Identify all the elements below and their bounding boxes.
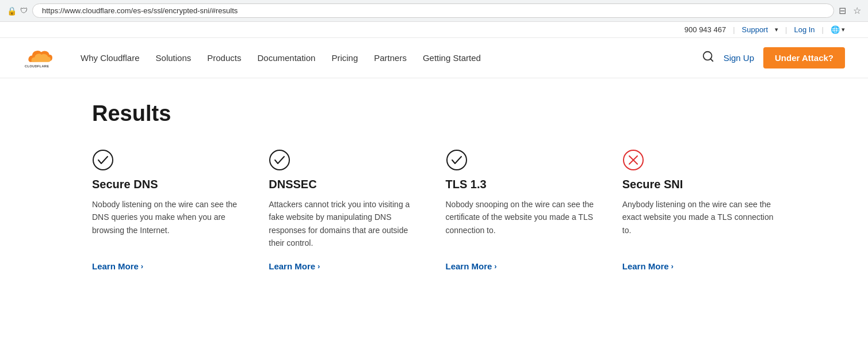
divider-1: | (733, 25, 735, 34)
card-title-tls13: TLS 1.3 (446, 178, 599, 191)
url-text: https://www.cloudflare.com/es-es/ssl/enc… (42, 6, 238, 15)
results-grid: Secure DNS Nobody listening on the wire … (92, 149, 776, 271)
main-nav: CLOUDFLARE Why Cloudflare Solutions Prod… (0, 38, 868, 78)
phone-number: 900 943 467 (685, 25, 726, 34)
nav-products[interactable]: Products (207, 53, 241, 63)
globe-icon: 🌐 (831, 25, 840, 34)
nav-solutions[interactable]: Solutions (156, 53, 192, 63)
main-content: Results Secure DNS Nobody listening on t… (0, 78, 868, 306)
nav-getting-started[interactable]: Getting Started (423, 53, 481, 63)
search-icon[interactable] (702, 50, 714, 66)
nav-why-cloudflare[interactable]: Why Cloudflare (81, 53, 140, 63)
nav-pricing[interactable]: Pricing (331, 53, 358, 63)
card-desc-secure-sni: Anybody listening on the wire can see th… (622, 198, 776, 250)
cloudflare-logo-svg: CLOUDFLARE (23, 47, 58, 70)
nav-links: Why Cloudflare Solutions Products Docume… (81, 53, 702, 63)
card-title-secure-sni: Secure SNI (622, 178, 776, 191)
card-tls13: TLS 1.3 Nobody snooping on the wire can … (446, 149, 599, 271)
card-desc-dnssec: Attackers cannot trick you into visiting… (269, 198, 422, 250)
globe-chevron: ▾ (842, 26, 845, 33)
check-icon-dnssec (269, 149, 290, 171)
language-selector[interactable]: 🌐 ▾ (831, 25, 845, 34)
check-icon-tls13 (446, 149, 468, 171)
sign-up-link[interactable]: Sign Up (724, 53, 754, 63)
browser-action-icons: ⊟ ☆ (839, 5, 861, 16)
star-icon: ☆ (853, 5, 861, 16)
shield-icon: 🛡 (20, 6, 28, 15)
svg-line-2 (710, 59, 713, 61)
page-icon: ⊟ (839, 5, 846, 16)
card-dnssec: DNSSEC Attackers cannot trick you into v… (269, 149, 422, 271)
chevron-right-icon: › (318, 262, 320, 271)
check-icon-secure-dns (92, 149, 114, 171)
cloudflare-logo[interactable]: CLOUDFLARE (23, 47, 58, 70)
card-title-dnssec: DNSSEC (269, 178, 422, 191)
svg-point-3 (93, 150, 113, 170)
page-title: Results (92, 101, 776, 126)
nav-right: Sign Up Under Attack? (702, 47, 845, 68)
card-secure-sni: Secure SNI Anybody listening on the wire… (622, 149, 776, 271)
under-attack-button[interactable]: Under Attack? (763, 47, 845, 68)
svg-point-4 (270, 150, 289, 170)
lock-icon: 🔒 (7, 6, 17, 16)
card-desc-secure-dns: Nobody listening on the wire can see the… (92, 198, 246, 250)
card-title-secure-dns: Secure DNS (92, 178, 246, 191)
card-desc-tls13: Nobody snooping on the wire can see the … (446, 198, 599, 250)
svg-point-5 (447, 150, 466, 170)
divider-2: | (785, 25, 787, 34)
chevron-right-icon: › (494, 262, 496, 271)
card-secure-dns: Secure DNS Nobody listening on the wire … (92, 149, 246, 271)
chevron-right-icon: › (141, 262, 143, 271)
nav-partners[interactable]: Partners (374, 53, 407, 63)
login-link[interactable]: Log In (794, 25, 815, 34)
learn-more-dnssec[interactable]: Learn More › (269, 261, 422, 271)
learn-more-secure-sni[interactable]: Learn More › (622, 261, 776, 271)
learn-more-tls13[interactable]: Learn More › (446, 261, 599, 271)
support-chevron: ▾ (775, 26, 778, 33)
learn-more-secure-dns[interactable]: Learn More › (92, 261, 246, 271)
chevron-right-icon: › (671, 262, 674, 271)
url-bar[interactable]: https://www.cloudflare.com/es-es/ssl/enc… (32, 3, 834, 18)
utility-bar: 900 943 467 | Support ▾ | Log In | 🌐 ▾ (0, 22, 868, 38)
browser-nav-icons: 🔒 🛡 (7, 6, 28, 16)
support-link[interactable]: Support (742, 25, 768, 34)
x-icon-secure-sni (622, 149, 644, 171)
divider-3: | (822, 25, 824, 34)
svg-text:CLOUDFLARE: CLOUDFLARE (25, 64, 49, 67)
browser-chrome: 🔒 🛡 https://www.cloudflare.com/es-es/ssl… (0, 0, 868, 22)
nav-documentation[interactable]: Documentation (257, 53, 315, 63)
